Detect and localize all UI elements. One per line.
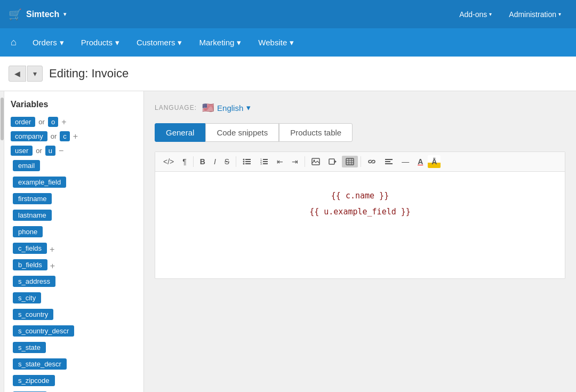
toolbar-ul-button[interactable]: [239, 156, 255, 167]
var-s-country-descr[interactable]: s_country_descr: [13, 325, 74, 337]
order-expand-icon[interactable]: +: [61, 117, 66, 127]
var-order-short[interactable]: o: [48, 117, 58, 127]
svg-rect-22: [385, 161, 390, 162]
sidebar-title: Variables: [11, 100, 137, 109]
orders-dropdown-icon: ▾: [60, 38, 64, 47]
svg-rect-23: [385, 163, 393, 164]
logo-icon: 🛒: [9, 8, 22, 21]
var-s-state[interactable]: s_state: [13, 342, 46, 353]
var-user-short[interactable]: u: [45, 146, 55, 156]
tab-bar: General Code snippets Products table: [155, 123, 565, 142]
toolbar-source-button[interactable]: </>: [159, 155, 178, 168]
language-dropdown-icon: ▾: [246, 103, 251, 113]
content-line-2: {{ u.example_field }}: [166, 204, 554, 220]
toolbar-italic-button[interactable]: I: [210, 155, 220, 168]
var-order[interactable]: order: [11, 117, 35, 127]
logo-dropdown-icon: ▾: [63, 11, 66, 17]
toolbar-indent-button[interactable]: ⇥: [288, 155, 302, 168]
flag-icon: 🇺🇸: [202, 102, 214, 114]
toolbar-bg-color-button[interactable]: Ā: [428, 155, 441, 168]
toolbar-video-button[interactable]: [325, 156, 341, 167]
var-email[interactable]: email: [13, 160, 40, 171]
edit-bar: ◀ ▾ Editing: Invoice: [0, 57, 576, 91]
var-example-field[interactable]: example_field: [13, 177, 66, 188]
toolbar-bold-button[interactable]: B: [196, 155, 209, 168]
toolbar-sep-4: [361, 156, 361, 167]
administration-button[interactable]: Administration ▾: [502, 7, 567, 22]
toolbar-ol-button[interactable]: 1.2.3.: [256, 156, 272, 167]
var-s-state-descr[interactable]: s_state_descr: [13, 358, 67, 370]
editor-card: </> ¶ B I S 1.2.3. ⇤ ⇥: [155, 151, 565, 279]
tab-code-snippets[interactable]: Code snippets: [205, 123, 279, 142]
toolbar-image-button[interactable]: [308, 156, 324, 167]
c-fields-expand-icon[interactable]: +: [50, 245, 54, 254]
toolbar-link-button[interactable]: [364, 156, 380, 167]
website-dropdown-icon: ▾: [290, 38, 294, 47]
toolbar-hr-button[interactable]: —: [398, 155, 413, 168]
b-fields-expand-icon[interactable]: +: [50, 261, 55, 271]
var-group-user: user or u −: [11, 146, 137, 156]
user-collapse-icon[interactable]: −: [59, 146, 63, 156]
customers-dropdown-icon: ▾: [178, 38, 182, 47]
svg-rect-21: [385, 159, 393, 160]
home-button[interactable]: ⌂: [4, 33, 23, 52]
secondary-nav: ⌂ Orders ▾ Products ▾ Customers ▾ Market…: [0, 28, 576, 57]
svg-rect-5: [245, 163, 251, 164]
back-button[interactable]: ◀: [9, 66, 26, 82]
toolbar-font-color-button[interactable]: A: [414, 155, 427, 168]
svg-point-0: [243, 159, 245, 161]
var-s-zipcode[interactable]: s_zipcode: [13, 375, 55, 386]
svg-rect-9: [263, 161, 268, 162]
tab-general[interactable]: General: [155, 123, 205, 142]
var-s-country[interactable]: s_country: [13, 309, 53, 320]
nav-products[interactable]: Products ▾: [74, 34, 127, 52]
toolbar-sep-3: [305, 156, 305, 167]
nav-website[interactable]: Website ▾: [251, 34, 301, 52]
svg-point-2: [243, 161, 245, 163]
editor-content[interactable]: {{ c.name }} {{ u.example_field }}: [155, 172, 565, 278]
nav-orders[interactable]: Orders ▾: [25, 34, 71, 52]
content-area: LANGUAGE: 🇺🇸 English ▾ General Code snip…: [144, 91, 576, 392]
toolbar-align-button[interactable]: [381, 156, 397, 167]
svg-rect-11: [263, 163, 268, 164]
addons-button[interactable]: Add-ons ▾: [453, 7, 498, 22]
main-layout: Variables order or o + company or c + us…: [0, 91, 576, 392]
tab-products-table[interactable]: Products table: [279, 123, 353, 142]
var-firstname[interactable]: firstname: [13, 193, 52, 204]
var-company-short[interactable]: c: [60, 131, 70, 141]
language-select[interactable]: 🇺🇸 English ▾: [202, 102, 251, 114]
var-user[interactable]: user: [11, 146, 33, 156]
marketing-dropdown-icon: ▾: [237, 38, 241, 47]
svg-rect-7: [263, 159, 268, 160]
var-s-city[interactable]: s_city: [13, 292, 41, 303]
toolbar-sep-2: [236, 156, 236, 167]
language-value: English: [217, 103, 243, 113]
toolbar-table-button[interactable]: [342, 156, 358, 167]
toolbar-paragraph-button[interactable]: ¶: [179, 155, 190, 168]
nav-marketing[interactable]: Marketing ▾: [191, 34, 249, 52]
var-b-fields[interactable]: b_fields: [13, 259, 47, 270]
var-s-address[interactable]: s_address: [13, 276, 55, 287]
logo[interactable]: 🛒 Simtech ▾: [9, 8, 66, 21]
language-bar: LANGUAGE: 🇺🇸 English ▾: [155, 102, 565, 114]
svg-point-4: [243, 163, 245, 165]
content-line-1: {{ c.name }}: [166, 188, 554, 204]
dropdown-button[interactable]: ▾: [27, 66, 43, 82]
var-phone[interactable]: phone: [13, 226, 43, 237]
toolbar-strikethrough-button[interactable]: S: [221, 155, 233, 168]
toolbar-sep-1: [193, 156, 194, 167]
var-lastname[interactable]: lastname: [13, 210, 52, 221]
toolbar-outdent-button[interactable]: ⇤: [273, 155, 287, 168]
var-group-company: company or c +: [11, 131, 137, 141]
svg-rect-3: [245, 161, 251, 162]
page-title: Editing: Invoice: [49, 67, 129, 81]
var-c-fields[interactable]: c_fields: [13, 243, 47, 254]
scroll-track[interactable]: [0, 91, 4, 392]
top-bar: 🛒 Simtech ▾ Add-ons ▾ Administration ▾: [0, 0, 576, 28]
scroll-thumb: [1, 98, 4, 140]
var-group-order: order or o +: [11, 117, 137, 127]
company-expand-icon[interactable]: +: [73, 132, 78, 141]
nav-customers[interactable]: Customers ▾: [129, 34, 190, 52]
svg-rect-14: [329, 159, 334, 164]
var-company[interactable]: company: [11, 131, 47, 141]
